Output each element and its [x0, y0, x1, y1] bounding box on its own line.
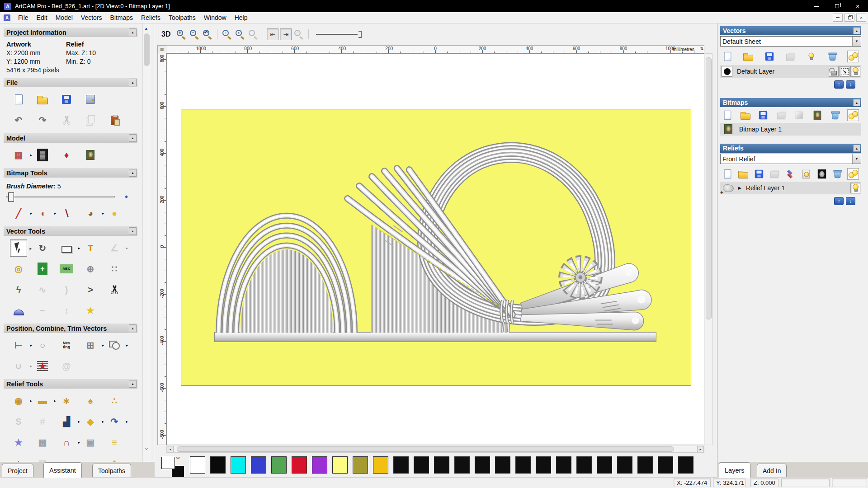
create-dome-icon[interactable] [10, 302, 27, 319]
bitmap-to-vector-icon[interactable]: ● [106, 205, 123, 222]
minimize-icon[interactable] [833, 14, 843, 22]
ruler-unit-icon[interactable]: ⇅ [700, 47, 703, 51]
model-lighting-icon[interactable]: ♦ [58, 146, 75, 164]
palette-swatch-2[interactable] [231, 456, 246, 474]
create-polyline-icon[interactable]: ϟ [10, 281, 27, 298]
line-width-control[interactable] [316, 31, 362, 38]
wrap-sphere-icon[interactable]: ⊕ [82, 260, 99, 277]
collapse-section-button[interactable]: ▲ [129, 380, 137, 388]
create-text-icon[interactable]: T [82, 239, 99, 257]
vector-sheet-select[interactable]: Default Sheet ▼ [720, 36, 861, 47]
flyout-arrow-icon[interactable]: ▸ [78, 419, 80, 424]
palette-swatch-1[interactable] [210, 456, 226, 474]
tab-assistant[interactable]: Assistant [43, 462, 82, 478]
palette-swatch-23[interactable] [658, 456, 673, 474]
slider-handle[interactable] [8, 192, 14, 202]
palette-swatch-17[interactable] [536, 456, 551, 474]
menu-reliefs[interactable]: Reliefs [137, 13, 165, 23]
collapse-vectors-icon[interactable]: ▲ [853, 27, 860, 34]
collapse-section-button[interactable]: ▲ [129, 28, 137, 36]
vector-layer-row[interactable]: Default Layer ↘ [720, 65, 861, 78]
colour-palette-icon[interactable]: ◕▸ [82, 205, 99, 222]
move-layer-up-button[interactable]: ↑ [834, 80, 844, 89]
view-3d-button[interactable]: 3D [160, 29, 172, 39]
colour-picker-icon[interactable]: ∖ [58, 205, 75, 222]
dropdown-arrow-icon[interactable]: ▼ [852, 37, 861, 46]
flyout-arrow-icon[interactable]: ▸ [126, 246, 128, 250]
palette-swatch-0[interactable] [190, 456, 205, 474]
measure-icon[interactable]: ∠▸ [106, 239, 123, 257]
two-rail-sweep-icon[interactable]: ∩▸ [58, 434, 75, 451]
brush-diameter-slider[interactable]: ◆ [6, 192, 141, 202]
flyout-arrow-icon[interactable]: ▸ [30, 211, 32, 216]
palette-swatch-6[interactable] [312, 456, 327, 474]
zoom-in-icon[interactable]: + [175, 28, 187, 40]
layer-visibility-icon[interactable] [805, 51, 817, 62]
2d-view-canvas[interactable] [166, 53, 704, 445]
transform-vectors-icon[interactable]: ↻ [34, 239, 51, 257]
scroll-up-icon[interactable]: ▲ [144, 26, 148, 31]
palette-swatch-3[interactable] [251, 456, 266, 474]
zoom-drawing-icon[interactable]: ▪ [234, 28, 246, 40]
scroll-right-icon[interactable]: ▸ [697, 446, 704, 452]
palette-swatch-9[interactable] [373, 456, 388, 474]
slider-track[interactable] [6, 196, 115, 197]
restore-icon[interactable] [844, 14, 854, 22]
palette-swatch-7[interactable] [332, 456, 348, 474]
flyout-arrow-icon[interactable]: ▸ [54, 399, 56, 403]
shape-editor-icon[interactable]: ∗ [58, 392, 75, 409]
layer-colour-swatch[interactable] [722, 66, 732, 77]
offset-relief-icon[interactable]: ◆▸ [82, 413, 99, 430]
menu-window[interactable]: Window [200, 13, 231, 23]
bitmap-layer-row[interactable]: Bitmap Layer 1 [720, 123, 861, 136]
zoom-rectangle-icon[interactable]: ▫ [221, 28, 233, 40]
relief-clipart-icon[interactable]: ▦ [34, 434, 51, 451]
greyscale-model-icon[interactable]: ▓ [34, 146, 51, 164]
flyout-arrow-icon[interactable]: ▸ [54, 211, 56, 216]
scroll-left-icon[interactable]: ◂ [167, 446, 174, 452]
delete-relief-layer-icon[interactable] [831, 168, 843, 180]
transfer-to-bitmap-toggle[interactable]: ⇤ [267, 28, 278, 40]
menu-bitmaps[interactable]: Bitmaps [106, 13, 137, 23]
import-image-icon[interactable] [82, 146, 99, 164]
collapse-section-button[interactable]: ▲ [129, 169, 137, 177]
lock-layer-icon[interactable] [829, 66, 839, 77]
weld-vectors-icon[interactable]: ▸ [106, 337, 123, 354]
zoom-out-icon[interactable]: − [189, 28, 200, 40]
new-bitmap-layer-icon[interactable] [722, 109, 733, 121]
open-model-icon[interactable] [34, 91, 51, 108]
smooth-relief-icon[interactable]: ♠ [82, 392, 99, 409]
layer-visible-icon[interactable] [850, 66, 860, 77]
wrap-relief-icon[interactable]: ↷▸ [106, 413, 123, 430]
flyout-arrow-icon[interactable]: ▸ [78, 440, 80, 445]
collapse-reliefs-icon[interactable]: ▲ [853, 145, 860, 152]
open-bitmap-layer-icon[interactable] [740, 109, 751, 121]
collapse-section-button[interactable]: ▲ [129, 324, 137, 332]
undo-icon[interactable]: ↶ [10, 112, 27, 129]
palette-swatch-14[interactable] [475, 456, 490, 474]
merge-vector-layers-icon[interactable] [784, 51, 796, 62]
link-colours-icon[interactable]: ∞ [176, 455, 180, 460]
relief-select[interactable]: Front Relief ▼ [720, 154, 861, 164]
select-vectors-icon[interactable]: ▸ [10, 239, 27, 257]
colour-indicator[interactable]: ∞ [161, 455, 189, 478]
collapse-section-button[interactable]: ▲ [129, 227, 137, 235]
menu-help[interactable]: Help [231, 13, 252, 23]
scrollbar-thumb[interactable] [706, 57, 712, 319]
text-on-curve-icon[interactable]: ○ [34, 337, 51, 354]
align-vectors-icon[interactable]: ⊢▸ [10, 337, 27, 354]
canvas-vertical-scrollbar[interactable] [705, 53, 712, 445]
sculpt-smooth-icon[interactable]: S [10, 413, 27, 430]
restore-icon[interactable] [826, 0, 847, 12]
star-relief-icon[interactable]: ★ [10, 434, 27, 451]
fit-curve-icon[interactable]: ~ [34, 302, 51, 319]
create-rectangle-icon[interactable]: ▸ [58, 239, 75, 257]
copy-bitmap-icon[interactable] [811, 109, 823, 121]
menu-edit[interactable]: Edit [33, 13, 52, 23]
sculpt-relief-icon[interactable]: ◉▸ [10, 392, 27, 409]
all-bitmaps-visible-icon[interactable] [847, 109, 859, 121]
flyout-arrow-icon[interactable]: ▸ [126, 419, 128, 424]
text-block-icon[interactable]: ABC [58, 260, 75, 277]
emboss-relief-icon[interactable]: ▣ [82, 434, 99, 451]
delete-vector-layer-icon[interactable] [826, 51, 838, 62]
